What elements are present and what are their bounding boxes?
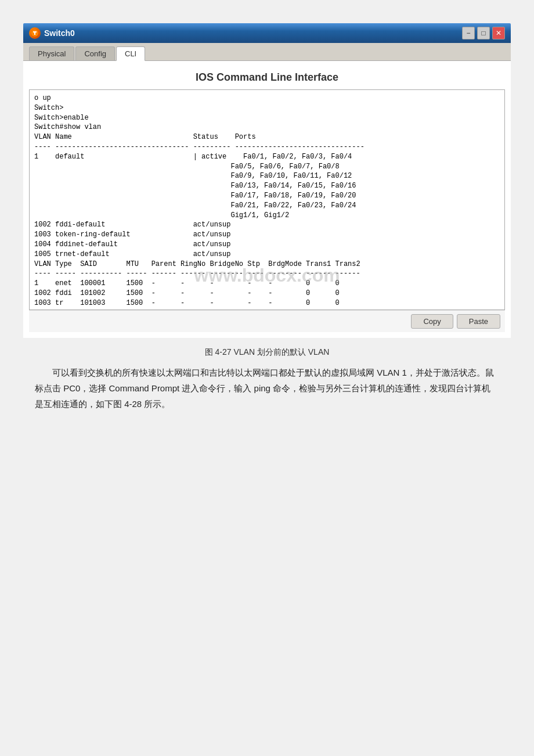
tab-cli[interactable]: CLI xyxy=(116,46,145,61)
terminal-line: Switch> xyxy=(34,103,500,113)
title-bar-left: Switch0 xyxy=(29,27,75,39)
window-title: Switch0 xyxy=(44,28,75,38)
terminal-line: VLAN Type SAID MTU Parent RingNo BridgeN… xyxy=(34,260,500,269)
terminal-line: 1004 fddinet-default act/unsup xyxy=(34,240,500,250)
window-icon xyxy=(29,27,41,39)
terminal-container: o upSwitch>Switch>enableSwitch#show vlan… xyxy=(29,89,505,310)
close-button[interactable]: ✕ xyxy=(492,27,505,39)
terminal-line: ---- -------------------------------- --… xyxy=(34,142,500,152)
tab-config[interactable]: Config xyxy=(75,46,115,60)
terminal-line: Fa0/17, Fa0/18, Fa0/19, Fa0/20 xyxy=(34,191,500,201)
tab-physical[interactable]: Physical xyxy=(29,46,74,60)
paste-button[interactable]: Paste xyxy=(457,314,500,329)
terminal-line: 1005 trnet-default act/unsup xyxy=(34,250,500,260)
content-area: IOS Command Line Interface o upSwitch>Sw… xyxy=(23,61,511,338)
button-bar: Copy Paste xyxy=(29,310,505,332)
terminal-line: 1 enet 100001 1500 - - - - - 0 0 xyxy=(34,279,500,289)
restore-button[interactable]: □ xyxy=(477,27,490,39)
terminal-line: Gig1/1, Gig1/2 xyxy=(34,211,500,221)
terminal-line: Fa0/13, Fa0/14, Fa0/15, Fa0/16 xyxy=(34,181,500,191)
title-bar: Switch0 − □ ✕ xyxy=(23,23,511,43)
terminal-line: 1002 fddi-default act/unsup xyxy=(34,220,500,230)
terminal-line: Switch>enable xyxy=(34,113,500,123)
terminal-line: VLAN Name Status Ports xyxy=(34,132,500,142)
terminal-scroll[interactable]: o upSwitch>Switch>enableSwitch#show vlan… xyxy=(30,90,504,309)
terminal-line: Fa0/21, Fa0/22, Fa0/23, Fa0/24 xyxy=(34,201,500,211)
terminal-line: ---- ----- ---------- ----- ------ -----… xyxy=(34,269,500,279)
tabs-bar: Physical Config CLI xyxy=(23,43,511,61)
copy-button[interactable]: Copy xyxy=(411,314,453,329)
terminal-line: 1004 fdnet 101004 1500 - - - ieee - 0 0 xyxy=(34,308,500,309)
terminal-line: Fa0/9, Fa0/10, Fa0/11, Fa0/12 xyxy=(34,171,500,181)
terminal-line: 1003 tr 101003 1500 - - - - - 0 0 xyxy=(34,298,500,308)
terminal-line: 1 default | active Fa0/1, Fa0/2, Fa0/3, … xyxy=(34,152,500,162)
title-controls: − □ ✕ xyxy=(462,27,505,39)
terminal-line: Switch#show vlan xyxy=(34,123,500,132)
figure-caption: 图 4-27 VLAN 划分前的默认 VLAN xyxy=(23,347,511,358)
terminal-line: 1002 fddi 101002 1500 - - - - - 0 0 xyxy=(34,289,500,298)
terminal-line: Fa0/5, Fa0/6, Fa0/7, Fa0/8 xyxy=(34,162,500,172)
ios-title: IOS Command Line Interface xyxy=(29,67,505,89)
window: Switch0 − □ ✕ Physical Config CLI IOS Co… xyxy=(23,23,511,338)
body-text: 可以看到交换机的所有快速以太网端口和吉比特以太网端口都处于默认的虚拟局域网 VL… xyxy=(23,365,511,412)
minimize-button[interactable]: − xyxy=(462,27,475,39)
terminal-line: o up xyxy=(34,93,500,103)
terminal-line: 1003 token-ring-default act/unsup xyxy=(34,230,500,240)
